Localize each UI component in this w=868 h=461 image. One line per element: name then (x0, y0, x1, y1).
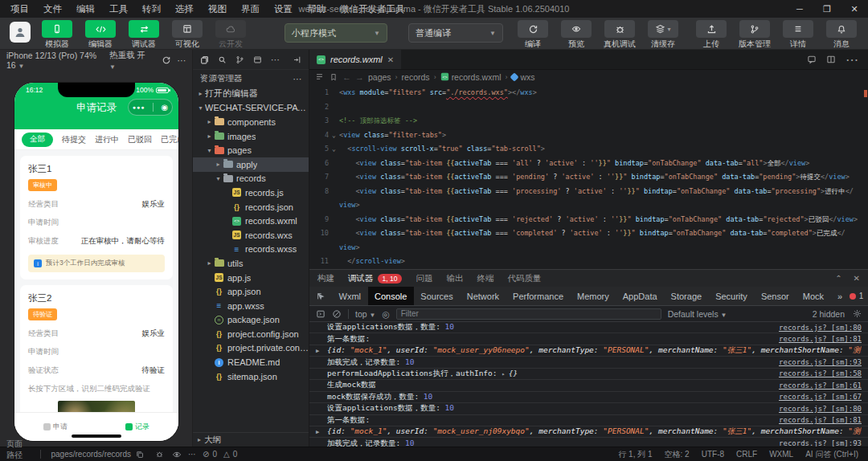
breadcrumb-item-records[interactable]: records (402, 72, 430, 82)
split-editor-icon[interactable] (826, 52, 836, 67)
statusbar-item[interactable]: 空格: 2 (665, 449, 690, 460)
tree-item-images[interactable]: ▸images (193, 129, 309, 144)
toolbar-button-模拟器[interactable]: 模拟器 (39, 20, 76, 50)
breadcrumb-item-wxs[interactable]: wxs (511, 72, 534, 82)
page-path-select[interactable]: 页面路径 ▼ (6, 439, 30, 461)
problems-summary[interactable]: ⊘ 0 △ 0 (203, 450, 237, 459)
console-source-link[interactable]: records.js? [sm]:58 (779, 369, 862, 377)
more-icon[interactable]: ⋯ (188, 450, 196, 459)
capsule-menu[interactable]: ●●● ◉ (128, 99, 173, 116)
statusbar-item[interactable]: AI 问答 (Ctrl+I) (805, 449, 858, 460)
avatar[interactable] (10, 22, 31, 43)
code-line[interactable]: 7 <view class="tab-item {{activeTab === … (309, 170, 868, 185)
console-row[interactable]: 加载完成，记录数量: 10records.js? [sm]:93 (309, 357, 868, 368)
bug-icon[interactable] (155, 450, 164, 459)
code-line[interactable]: 1<wxs module="filters" src="./records.wx… (309, 86, 868, 100)
tree-item-app.js[interactable]: JSapp.js (193, 271, 309, 285)
toolbar-action-清缓存[interactable]: ▾清缓存 (645, 20, 682, 50)
devtools-tab-network[interactable]: Network (460, 287, 506, 305)
console-row[interactable]: 加载完成，记录数量: 10records.js? [sm]:93 (309, 438, 868, 447)
panel-tab-代码质量[interactable]: 代码质量 (507, 273, 541, 284)
mode-select[interactable]: 小程序模式▼ (285, 23, 387, 43)
devtools-tab-storage[interactable]: Storage (664, 287, 709, 305)
menu-item-微信开发者工具[interactable]: 微信开发者工具 (333, 0, 412, 18)
console-sidebar-icon[interactable] (316, 309, 326, 319)
compile-mode-select[interactable]: 普通编译▼ (408, 23, 503, 43)
panel-tab-终端[interactable]: 终端 (477, 273, 493, 284)
devtools-tab-performance[interactable]: Performance (506, 287, 571, 305)
copy-icon[interactable] (136, 451, 144, 459)
toolbar-button-调试器[interactable]: 调试器 (125, 20, 162, 50)
console-row[interactable]: mock数据保存成功，数量: 10records.js? [sm]:67 (309, 392, 868, 403)
console-source-link[interactable]: records.js? [sm]:81 (779, 416, 862, 424)
console-row[interactable]: ▶{id: "mock_1", userId: "mock_user_nj09x… (309, 426, 868, 438)
console-row[interactable]: 生成mock数据records.js? [sm]:61 (309, 380, 868, 391)
devtools-tab-sensor[interactable]: Sensor (754, 287, 796, 305)
code-line[interactable]: 8 <view class="tab-item {{activeTab === … (309, 185, 868, 199)
close-icon[interactable]: ✕ (854, 274, 860, 283)
tree-item-utils[interactable]: ▸utils (193, 256, 309, 271)
menu-item-选择[interactable]: 选择 (168, 0, 201, 18)
menu-item-帮助[interactable]: 帮助 (300, 0, 333, 18)
outline-toggle-icon[interactable] (315, 72, 324, 81)
console-row[interactable]: ▶{id: "mock_1", userId: "mock_user_yy06n… (309, 345, 868, 357)
home-capsule-icon[interactable]: ◉ (161, 103, 168, 112)
toolbar-action-真机调试[interactable]: 真机调试 (601, 20, 638, 50)
code-editor[interactable]: 1<wxs module="filters" src="./records.wx… (309, 84, 868, 269)
breadcrumb-item-records.wxml[interactable]: <>records.wxml (440, 72, 502, 82)
console-row[interactable]: 第一条数据:records.js? [sm]:81 (309, 333, 868, 345)
code-line[interactable]: 2 (309, 100, 868, 115)
toolbar-button-编辑器[interactable]: 编辑器 (82, 20, 119, 50)
code-line[interactable]: 10 <view class="tab-item {{activeTab ===… (309, 226, 868, 241)
menu-item-界面[interactable]: 界面 (234, 0, 267, 18)
console-row[interactable]: 第一条数据:records.js? [sm]:81 (309, 415, 868, 426)
console-source-link[interactable]: records.js? [sm]:81 (779, 335, 862, 343)
devtools-tab-mock[interactable]: Mock (796, 287, 830, 305)
menu-item-转到[interactable]: 转到 (135, 0, 168, 18)
console-settings-gear-icon[interactable] (853, 309, 862, 318)
forward-icon[interactable]: → (355, 72, 364, 82)
clear-console-icon[interactable] (332, 309, 342, 319)
source-control-icon[interactable] (235, 55, 244, 64)
panel-tab-构建[interactable]: 构建 (317, 273, 334, 284)
tabs-overflow-chevron[interactable]: » (831, 287, 850, 305)
eye-icon[interactable] (172, 450, 182, 459)
tree-item-app.json[interactable]: {}app.json (193, 284, 309, 299)
tree-item-[interactable]: ▸打开的编辑器 (193, 87, 309, 101)
devtools-tab-sources[interactable]: Sources (414, 287, 460, 305)
qrcode-photo[interactable] (58, 401, 135, 412)
statusbar-item[interactable]: 行 1, 列 1 (618, 449, 652, 460)
toolbar-action-消息[interactable]: 消息 (823, 20, 860, 50)
menu-item-视图[interactable]: 视图 (201, 0, 234, 18)
tree-item-records.wxs[interactable]: JSrecords.wxs (193, 228, 309, 243)
console-source-link[interactable]: records.js? [sm]:80 (779, 324, 862, 332)
search-icon[interactable] (218, 55, 227, 64)
tree-item-package.json[interactable]: npackage.json (193, 313, 309, 328)
filter-tab-全部[interactable]: 全部 (22, 133, 53, 147)
menu-item-编辑[interactable]: 编辑 (69, 0, 102, 18)
tree-item-pages[interactable]: ▾pages (193, 143, 309, 157)
console-log[interactable]: 设置applications数据，数量: 10records.js? [sm]:… (309, 322, 868, 447)
inspect-element-icon[interactable] (309, 292, 332, 301)
toolbar-action-预览[interactable]: 预览 (558, 20, 595, 50)
panel-tab-调试器[interactable]: 调试器1, 10 (348, 273, 402, 284)
panel-tab-输出[interactable]: 输出 (446, 273, 463, 284)
tree-item-apply[interactable]: ▸apply (193, 157, 309, 172)
tree-item-records.js[interactable]: JSrecords.js (193, 186, 309, 200)
bookmark-icon[interactable] (330, 73, 338, 81)
back-icon[interactable]: ← (342, 72, 351, 82)
console-filter-input[interactable] (396, 308, 661, 320)
menu-item-文件[interactable]: 文件 (36, 0, 69, 18)
files-icon[interactable] (200, 55, 209, 64)
log-levels-select[interactable]: Default levels ▼ (668, 309, 727, 319)
code-line[interactable]: 6 <view class="tab-item {{activeTab === … (309, 157, 868, 171)
record-card[interactable]: 张三1审核中经营类目娱乐业申请时间审核进度正在审核中，请耐心等待i预计3个工作日… (20, 156, 173, 279)
hot-reload-toggle[interactable]: 热重载 开 ▼ (109, 50, 149, 71)
toolbar-action-详情[interactable]: 详情 (780, 20, 817, 50)
expand-triangle-icon[interactable]: ▶ (316, 429, 319, 435)
console-source-link[interactable]: records.js? [sm]:61 (779, 381, 862, 390)
more-icon[interactable]: ●●● (133, 104, 145, 110)
collapse-panel-icon[interactable]: ⌃ (835, 274, 841, 283)
refresh-icon[interactable] (162, 55, 171, 65)
console-row[interactable]: 设置applications数据，数量: 10records.js? [sm]:… (309, 322, 868, 333)
